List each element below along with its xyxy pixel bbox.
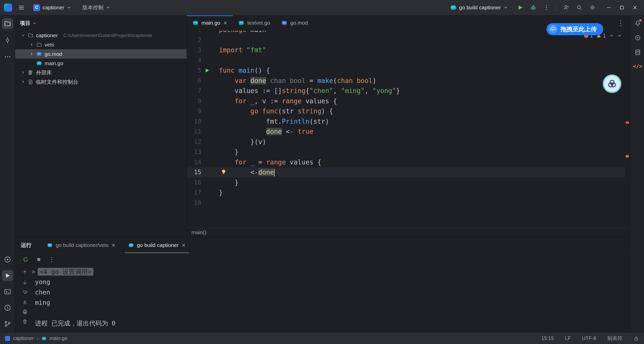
fold-prompt-icon[interactable]: > [31,268,35,275]
tree-item-scratches[interactable]: 临时文件和控制台 [15,77,187,87]
project-tool-window-button[interactable] [2,18,13,29]
problems-tool-window-button[interactable] [2,302,13,313]
chevron-expanded-icon[interactable] [21,33,25,37]
code-line-17[interactable]: 17} [187,188,625,198]
minimize-window-button[interactable] [602,0,615,15]
tree-item-go-mod[interactable]: go.mod [15,49,187,59]
code-line-2[interactable]: 2 [187,35,625,45]
code-line-11[interactable]: 11 done <- true [187,126,625,137]
close-window-button[interactable] [628,0,641,15]
close-tab-icon[interactable]: × [223,20,227,26]
breadcrumb-item[interactable]: main() [191,229,207,235]
code-line-16[interactable]: 16 } [187,178,625,188]
code-line-9[interactable]: 9 go func(str string) { [187,106,625,116]
run-line-gutter-icon[interactable] [204,67,211,74]
code-line-6[interactable]: 6 var done chan bool = make(chan bool) [187,76,625,86]
code-line-10[interactable]: 10 fmt.Println(str) [187,116,625,127]
down-stack-trace-icon[interactable] [22,279,28,285]
chevron-collapsed-icon[interactable] [29,42,34,47]
up-stack-trace-icon[interactable] [22,270,28,276]
run-tab-captioner-vets[interactable]: go build captioner/vets × [41,237,122,253]
run-button[interactable] [517,4,524,11]
line-number: 10 [187,116,219,127]
intention-bulb-icon[interactable] [220,169,227,175]
tab-options-kebab-icon[interactable]: ⋮ [617,19,624,27]
tree-item-vets[interactable]: vets [15,40,187,49]
cursor-position-widget[interactable]: 15:15 [541,335,554,341]
chevron-collapsed-icon[interactable] [29,52,34,56]
indent-widget[interactable]: 制表符 [607,335,622,342]
maximize-window-button[interactable] [615,0,628,15]
git-tool-window-button[interactable] [2,318,13,329]
database-button[interactable] [634,49,641,56]
run-panel-title: 运行 [21,242,31,249]
floating-avatar-overlay[interactable] [603,74,621,93]
code-line-7[interactable]: 7 values := []string{"chen", "ming", "yo… [187,86,625,96]
console-output[interactable]: ><4 go 设置调用> yong chen ming 进程 已完成，退出代码为… [35,266,115,328]
line-number: 4 [187,55,219,66]
services-tool-window-button[interactable] [2,254,13,265]
vcs-widget[interactable]: 版本控制 [80,3,113,13]
code-token: values { [302,97,337,105]
code-line-3[interactable]: 3import "fmt" [187,45,625,55]
folded-command-chip[interactable]: <4 go 设置调用> [38,268,93,276]
previous-problem-chevron-icon[interactable] [609,33,614,38]
more-actions-button[interactable] [543,4,550,11]
code-line-18[interactable]: 18 [187,198,625,208]
drag-upload-overlay[interactable]: 拖拽至此上传 [546,23,603,35]
endpoints-button[interactable]: </> [633,63,642,69]
ai-assistant-button[interactable] [634,34,641,41]
run-configuration-selector[interactable]: go build captioner [448,3,510,12]
notifications-button[interactable] [634,20,641,27]
tree-item-main-go[interactable]: main.go [15,59,187,68]
tree-item-external-libraries[interactable]: 外部库 [15,68,187,77]
close-tab-icon[interactable]: × [182,242,185,248]
code-line-8[interactable]: 8 for _, v := range values { [187,96,625,106]
editor-tab-testvet-go[interactable]: testvet.go [233,15,276,31]
project-widget[interactable]: C captioner [31,3,74,13]
code-line-14[interactable]: 14 for _ = range values { [187,157,625,167]
chevron-collapsed-icon[interactable] [21,70,25,75]
line-separator-widget[interactable]: LF [565,335,571,341]
search-everywhere-button[interactable] [576,4,583,11]
soft-wrap-icon[interactable] [22,289,28,295]
line-number: 7 [187,86,219,96]
stop-button[interactable] [35,256,42,263]
debug-button[interactable] [530,4,537,11]
status-breadcrumb-file[interactable]: main.go [50,335,67,341]
chevron-collapsed-icon[interactable] [21,80,25,84]
console-command-line[interactable]: ><4 go 设置调用> [35,267,115,277]
status-breadcrumb-project[interactable]: captioner [13,335,34,341]
code-token: make [317,77,333,84]
code-line-5[interactable]: 5func main() { [187,65,625,76]
next-problem-chevron-icon[interactable] [617,33,622,38]
editor-tab-go-mod[interactable]: go.mod [276,15,313,31]
more-tool-windows-button[interactable] [2,51,13,62]
encoding-widget[interactable]: UTF-8 [582,335,596,341]
scroll-to-end-icon[interactable] [22,299,28,305]
code-line-4[interactable]: 4 [187,55,625,66]
code-line-13[interactable]: 13 } [187,147,625,157]
settings-button[interactable] [589,4,596,11]
code-line-15[interactable]: 15 <-done [187,167,625,178]
clear-console-icon[interactable] [22,319,28,325]
editor-tab-main-go[interactable]: main.go × [187,15,233,31]
readonly-lock-icon[interactable] [633,336,639,341]
editor-breadcrumbs[interactable]: main() [187,228,631,237]
code-editor[interactable]: 1package main23import "fmt"45func main()… [187,31,625,228]
main-menu-icon[interactable] [18,4,25,11]
commit-tool-window-button[interactable] [2,35,13,46]
code-line-12[interactable]: 12 }(v) [187,137,625,147]
print-icon[interactable] [22,309,28,315]
console-options-kebab-icon[interactable]: ⋮ [49,256,55,264]
code-with-me-button[interactable] [563,4,570,11]
terminal-tool-window-button[interactable] [2,286,13,297]
error-stripe-mark[interactable] [626,121,629,124]
warning-stripe-mark[interactable] [626,155,629,157]
project-panel-header[interactable]: 项目 [15,15,187,27]
tree-item-captioner-root[interactable]: captioner C:\Users\meowr\GolandProjects\… [15,31,187,40]
run-tab-captioner[interactable]: go build captioner × [122,237,192,253]
rerun-button[interactable] [22,256,29,263]
run-tool-window-button[interactable] [2,270,13,281]
close-tab-icon[interactable]: × [111,242,115,248]
